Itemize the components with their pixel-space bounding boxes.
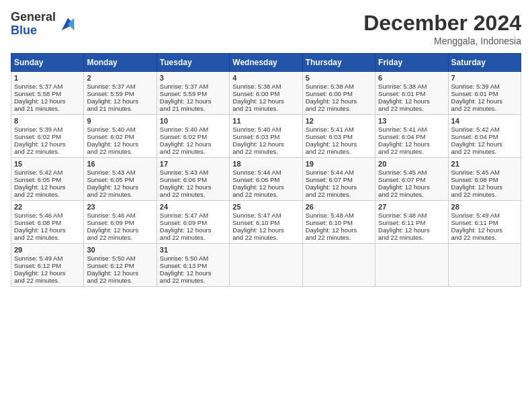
calendar-cell: 21Sunrise: 5:45 AMSunset: 6:08 PMDayligh… <box>448 158 521 201</box>
header-row: SundayMondayTuesdayWednesdayThursdayFrid… <box>11 54 521 72</box>
col-header-saturday: Saturday <box>448 54 521 72</box>
day-info: Daylight: 12 hours <box>14 140 81 148</box>
day-info: Daylight: 12 hours <box>451 226 518 234</box>
day-info: Daylight: 12 hours <box>87 97 153 105</box>
day-info: Sunset: 6:08 PM <box>14 219 81 226</box>
day-info: Daylight: 12 hours <box>378 140 445 148</box>
day-number: 2 <box>87 74 153 82</box>
calendar-cell: 27Sunrise: 5:48 AMSunset: 6:11 PMDayligh… <box>375 201 448 244</box>
day-info: Sunrise: 5:38 AM <box>306 83 372 90</box>
day-number: 25 <box>232 203 299 211</box>
day-number: 6 <box>378 74 445 82</box>
calendar-cell: 23Sunrise: 5:46 AMSunset: 6:09 PMDayligh… <box>84 201 157 244</box>
day-info: Daylight: 12 hours <box>232 97 299 105</box>
day-info: Sunset: 6:05 PM <box>87 176 153 183</box>
calendar-cell <box>375 244 448 287</box>
logo-blue: Blue <box>11 24 37 37</box>
day-info: Sunrise: 5:38 AM <box>232 83 299 90</box>
day-info: Sunset: 6:03 PM <box>232 133 299 140</box>
day-info: Daylight: 12 hours <box>232 183 299 191</box>
day-number: 24 <box>160 203 226 211</box>
day-info: Daylight: 12 hours <box>160 140 226 148</box>
subtitle: Menggala, Indonesia <box>363 36 521 46</box>
day-number: 10 <box>160 117 226 125</box>
calendar-cell: 17Sunrise: 5:43 AMSunset: 6:06 PMDayligh… <box>157 158 229 201</box>
calendar-cell: 4Sunrise: 5:38 AMSunset: 6:00 PMDaylight… <box>230 72 302 115</box>
logo: General Blue <box>11 11 77 38</box>
page-header: General Blue December 2024 Menggala, Ind… <box>11 11 521 46</box>
day-number: 11 <box>232 117 299 125</box>
day-info: Sunset: 6:04 PM <box>451 133 518 140</box>
day-number: 18 <box>232 160 299 168</box>
day-info: and 22 minutes. <box>451 105 518 112</box>
logo-icon <box>58 15 77 34</box>
calendar-cell: 24Sunrise: 5:47 AMSunset: 6:09 PMDayligh… <box>157 201 229 244</box>
day-info: Daylight: 12 hours <box>14 269 81 277</box>
week-row-1: 1Sunrise: 5:37 AMSunset: 5:58 PMDaylight… <box>11 72 521 115</box>
day-info: Sunrise: 5:49 AM <box>14 255 81 262</box>
calendar-cell: 7Sunrise: 5:39 AMSunset: 6:01 PMDaylight… <box>448 72 521 115</box>
day-info: and 22 minutes. <box>451 234 518 241</box>
day-info: Sunrise: 5:47 AM <box>232 212 299 219</box>
calendar-cell: 16Sunrise: 5:43 AMSunset: 6:05 PMDayligh… <box>84 158 157 201</box>
day-info: and 22 minutes. <box>378 105 445 112</box>
day-info: Daylight: 12 hours <box>378 183 445 191</box>
day-info: Sunset: 6:10 PM <box>232 219 299 226</box>
day-info: Daylight: 12 hours <box>14 183 81 191</box>
calendar-cell: 12Sunrise: 5:41 AMSunset: 6:03 PMDayligh… <box>302 115 375 158</box>
day-info: Sunrise: 5:39 AM <box>451 83 518 90</box>
col-header-wednesday: Wednesday <box>230 54 302 72</box>
day-number: 28 <box>451 203 518 211</box>
col-header-tuesday: Tuesday <box>157 54 229 72</box>
day-number: 29 <box>14 246 81 254</box>
day-number: 22 <box>14 203 81 211</box>
day-info: and 22 minutes. <box>87 148 153 155</box>
day-info: and 22 minutes. <box>378 191 445 198</box>
calendar-cell: 8Sunrise: 5:39 AMSunset: 6:02 PMDaylight… <box>11 115 84 158</box>
day-info: and 22 minutes. <box>160 191 226 198</box>
logo-general: General <box>11 10 56 24</box>
calendar-table: SundayMondayTuesdayWednesdayThursdayFrid… <box>11 53 521 287</box>
day-number: 17 <box>160 160 226 168</box>
day-number: 20 <box>378 160 445 168</box>
day-info: Sunrise: 5:43 AM <box>160 169 226 176</box>
day-info: Sunrise: 5:50 AM <box>87 255 153 262</box>
day-info: Sunrise: 5:40 AM <box>232 126 299 133</box>
day-info: Daylight: 12 hours <box>378 97 445 105</box>
day-info: Sunrise: 5:41 AM <box>378 126 445 133</box>
day-number: 9 <box>87 117 153 125</box>
day-info: and 22 minutes. <box>306 148 372 155</box>
calendar-cell: 11Sunrise: 5:40 AMSunset: 6:03 PMDayligh… <box>230 115 302 158</box>
day-info: Sunset: 6:11 PM <box>451 219 518 226</box>
calendar-cell: 15Sunrise: 5:42 AMSunset: 6:05 PMDayligh… <box>11 158 84 201</box>
day-info: and 21 minutes. <box>14 105 81 112</box>
day-info: Sunrise: 5:45 AM <box>378 169 445 176</box>
day-number: 3 <box>160 74 226 82</box>
day-info: Sunset: 6:06 PM <box>232 176 299 183</box>
week-row-4: 22Sunrise: 5:46 AMSunset: 6:08 PMDayligh… <box>11 201 521 244</box>
day-number: 4 <box>232 74 299 82</box>
day-info: and 22 minutes. <box>87 191 153 198</box>
day-number: 21 <box>451 160 518 168</box>
calendar-cell: 14Sunrise: 5:42 AMSunset: 6:04 PMDayligh… <box>448 115 521 158</box>
day-info: and 22 minutes. <box>14 234 81 241</box>
day-info: Sunrise: 5:42 AM <box>451 126 518 133</box>
day-info: Sunrise: 5:46 AM <box>14 212 81 219</box>
day-info: and 22 minutes. <box>378 234 445 241</box>
calendar-cell: 1Sunrise: 5:37 AMSunset: 5:58 PMDaylight… <box>11 72 84 115</box>
day-info: and 22 minutes. <box>160 148 226 155</box>
day-info: Sunset: 6:07 PM <box>306 176 372 183</box>
col-header-monday: Monday <box>84 54 157 72</box>
day-info: Daylight: 12 hours <box>14 97 81 105</box>
day-info: and 22 minutes. <box>160 234 226 241</box>
day-info: Sunset: 6:04 PM <box>378 133 445 140</box>
day-info: and 22 minutes. <box>232 191 299 198</box>
day-info: Daylight: 12 hours <box>160 226 226 234</box>
day-info: Sunset: 6:06 PM <box>160 176 226 183</box>
day-info: Sunset: 6:05 PM <box>14 176 81 183</box>
calendar-cell: 2Sunrise: 5:37 AMSunset: 5:59 PMDaylight… <box>84 72 157 115</box>
day-number: 13 <box>378 117 445 125</box>
day-info: Daylight: 12 hours <box>160 183 226 191</box>
day-info: Sunrise: 5:43 AM <box>87 169 153 176</box>
day-number: 16 <box>87 160 153 168</box>
